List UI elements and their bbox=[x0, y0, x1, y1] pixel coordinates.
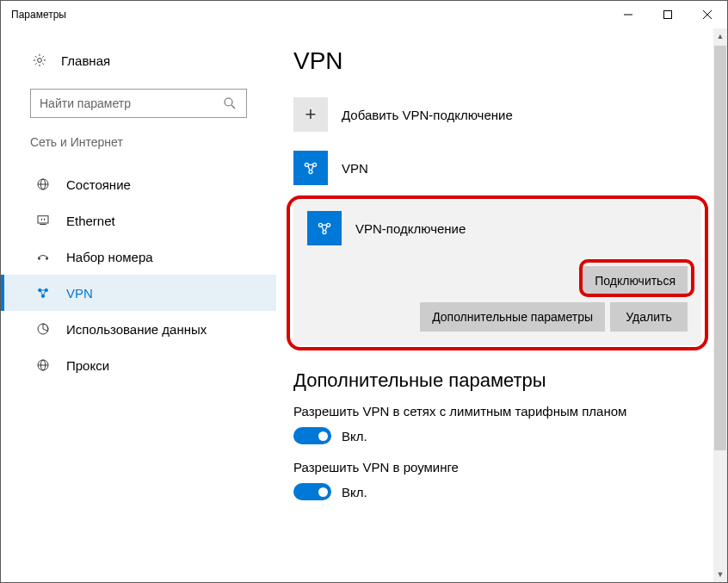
vpn-item-label: VPN bbox=[342, 161, 368, 176]
sidebar-item-label: VPN bbox=[66, 286, 93, 301]
window-title: Параметры bbox=[11, 9, 66, 21]
sidebar-item-label: Использование данных bbox=[66, 322, 207, 337]
sidebar-item-label: Набор номера bbox=[66, 250, 153, 264]
scroll-up-icon[interactable]: ▲ bbox=[713, 28, 727, 44]
toggle-state-label: Вкл. bbox=[342, 429, 367, 443]
add-vpn-button[interactable]: + Добавить VPN-подключение bbox=[293, 94, 701, 135]
setting-vpn-metered: Разрешить VPN в сетях с лимитным тарифны… bbox=[293, 404, 701, 444]
toggle-vpn-metered[interactable] bbox=[293, 427, 331, 444]
setting-label: Разрешить VPN в роуминге bbox=[293, 460, 701, 474]
sidebar-item-label: Ethernet bbox=[66, 214, 115, 228]
home-label: Главная bbox=[61, 53, 110, 68]
advanced-options-button[interactable]: Дополнительные параметры bbox=[420, 302, 605, 332]
ethernet-icon bbox=[35, 213, 51, 228]
svg-line-36 bbox=[325, 226, 327, 231]
svg-line-30 bbox=[312, 166, 313, 171]
svg-rect-1 bbox=[664, 11, 672, 19]
search-placeholder: Найти параметр bbox=[40, 96, 131, 110]
sidebar-item-dialup[interactable]: Набор номера bbox=[1, 239, 276, 275]
svg-rect-10 bbox=[38, 216, 48, 223]
svg-point-15 bbox=[46, 257, 47, 259]
toggle-state-label: Вкл. bbox=[342, 485, 367, 499]
svg-point-18 bbox=[41, 295, 44, 297]
svg-line-6 bbox=[231, 105, 235, 109]
category-label: Сеть и Интернет bbox=[1, 135, 276, 156]
sidebar: Главная Найти параметр Сеть и Интернет С… bbox=[1, 28, 276, 582]
vpn-tile-icon bbox=[293, 151, 328, 185]
scrollbar[interactable]: ▲ ▼ bbox=[713, 28, 727, 582]
search-icon bbox=[222, 96, 238, 111]
page-title: VPN bbox=[293, 47, 701, 75]
sidebar-item-label: Состояние bbox=[66, 177, 131, 192]
data-usage-icon bbox=[35, 321, 51, 337]
close-button[interactable] bbox=[688, 1, 727, 28]
home-nav[interactable]: Главная bbox=[1, 47, 276, 73]
content-area: VPN + Добавить VPN-подключение VPN VPN-п… bbox=[276, 28, 727, 582]
svg-line-20 bbox=[44, 291, 46, 295]
svg-line-29 bbox=[308, 166, 310, 171]
svg-point-34 bbox=[323, 231, 326, 234]
svg-point-4 bbox=[38, 59, 42, 63]
globe-icon bbox=[35, 177, 51, 192]
vpn-icon bbox=[35, 285, 51, 301]
settings-window: Параметры Главная Найти параметр bbox=[0, 0, 728, 583]
titlebar: Параметры bbox=[1, 1, 727, 28]
scrollbar-thumb[interactable] bbox=[714, 46, 726, 450]
selected-vpn-card: VPN-подключение Подключиться Дополнитель… bbox=[293, 201, 701, 345]
scroll-down-icon[interactable]: ▼ bbox=[713, 567, 727, 582]
nav-list: Состояние Ethernet Набор номера bbox=[1, 166, 276, 383]
plus-icon: + bbox=[293, 97, 328, 132]
sidebar-item-ethernet[interactable]: Ethernet bbox=[1, 202, 276, 239]
minimize-button[interactable] bbox=[608, 1, 648, 28]
gear-icon bbox=[32, 53, 47, 68]
svg-point-5 bbox=[225, 98, 232, 106]
svg-line-19 bbox=[40, 291, 42, 295]
dialup-icon bbox=[35, 249, 51, 264]
svg-point-28 bbox=[309, 171, 312, 174]
vpn-connection-item-selected[interactable]: VPN-подключение bbox=[307, 211, 688, 245]
sidebar-item-proxy[interactable]: Прокси bbox=[1, 347, 276, 383]
sidebar-item-vpn[interactable]: VPN bbox=[1, 275, 276, 311]
svg-point-14 bbox=[38, 257, 40, 259]
add-vpn-label: Добавить VPN-подключение bbox=[342, 108, 513, 122]
sidebar-item-data-usage[interactable]: Использование данных bbox=[1, 311, 276, 347]
svg-line-35 bbox=[322, 226, 324, 231]
extra-heading: Дополнительные параметры bbox=[293, 369, 701, 392]
proxy-icon bbox=[35, 357, 51, 373]
connect-button[interactable]: Подключиться bbox=[583, 266, 688, 295]
maximize-button[interactable] bbox=[648, 1, 688, 28]
search-input[interactable]: Найти параметр bbox=[30, 89, 247, 118]
setting-vpn-roaming: Разрешить VPN в роуминге Вкл. bbox=[293, 460, 701, 500]
sidebar-item-label: Прокси bbox=[66, 358, 109, 373]
vpn-connection-item[interactable]: VPN bbox=[293, 147, 701, 189]
sidebar-item-status[interactable]: Состояние bbox=[1, 166, 276, 202]
vpn-tile-icon bbox=[307, 211, 342, 245]
setting-label: Разрешить VPN в сетях с лимитным тарифны… bbox=[293, 404, 701, 419]
delete-button[interactable]: Удалить bbox=[610, 302, 688, 332]
toggle-vpn-roaming[interactable] bbox=[293, 483, 331, 500]
vpn-item-label: VPN-подключение bbox=[355, 221, 466, 236]
